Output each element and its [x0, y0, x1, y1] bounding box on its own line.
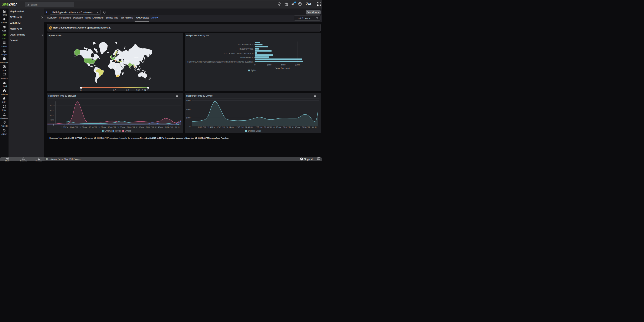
- svg-text:Others: Others: [125, 130, 131, 132]
- svg-text:6,000: 6,000: [50, 109, 54, 111]
- svg-text:11:48 PM: 11:48 PM: [70, 126, 78, 128]
- svg-text:01:19 AM: 01:19 AM: [136, 126, 144, 128]
- svg-text:HIVELOCITY INC.: HIVELOCITY INC.: [239, 48, 254, 50]
- svg-text:4,000: 4,000: [50, 114, 54, 116]
- svg-text:THE OPTIMAL LINK CORPORATION: THE OPTIMAL LINK CORPORATION: [224, 52, 254, 54]
- svg-text:01:32 AM: 01:32 AM: [146, 126, 154, 128]
- svg-text:6,000: 6,000: [295, 63, 300, 66]
- svg-text:12:27 AM: 12:27 AM: [98, 126, 106, 128]
- svg-text:Desktop Linux: Desktop Linux: [248, 130, 261, 132]
- svg-text:01:45 AM: 01:45 AM: [155, 126, 163, 128]
- svg-text:12:40 AM: 12:40 AM: [108, 126, 116, 128]
- svg-text:Firefox: Firefox: [115, 130, 121, 132]
- svg-text:Resp. Time (ms): Resp. Time (ms): [275, 67, 290, 69]
- svg-text:8,000: 8,000: [50, 104, 54, 107]
- svg-text:Chrome: Chrome: [104, 130, 112, 132]
- svg-text:12:53 AM: 12:53 AM: [117, 126, 125, 128]
- svg-text:12:01 AM: 12:01 AM: [79, 126, 87, 128]
- svg-text:1,000: 1,000: [186, 117, 190, 119]
- svg-text:2,000: 2,000: [267, 63, 272, 66]
- svg-text:4,000: 4,000: [281, 63, 286, 66]
- svg-text:0: 0: [254, 63, 256, 66]
- svg-text:01:58 AM: 01:58 AM: [164, 126, 172, 128]
- svg-text:01:06 AM: 01:06 AM: [127, 126, 134, 128]
- svg-text:0: 0: [53, 124, 54, 126]
- svg-text:0: 0: [189, 125, 190, 127]
- svg-text:DIAMATRIX C.C: DIAMATRIX C.C: [240, 56, 254, 58]
- svg-text:Splitup: Splitup: [251, 69, 257, 71]
- svg-text:2,000: 2,000: [186, 108, 190, 110]
- svg-text:11:35 PM: 11:35 PM: [60, 126, 68, 128]
- svg-text:INSTITUTUL NATIONAL DE CERCETA: INSTITUTUL NATIONAL DE CERCETAREDEZVOLTA…: [188, 61, 254, 63]
- svg-text:12:14 AM: 12:14 AM: [89, 126, 97, 128]
- svg-text:GCORE LABS S.A.: GCORE LABS S.A.: [238, 44, 254, 46]
- svg-text:3,000: 3,000: [186, 100, 190, 102]
- svg-text:2,000: 2,000: [50, 119, 54, 121]
- svg-text:02:11 ..: 02:11 ..: [175, 126, 181, 128]
